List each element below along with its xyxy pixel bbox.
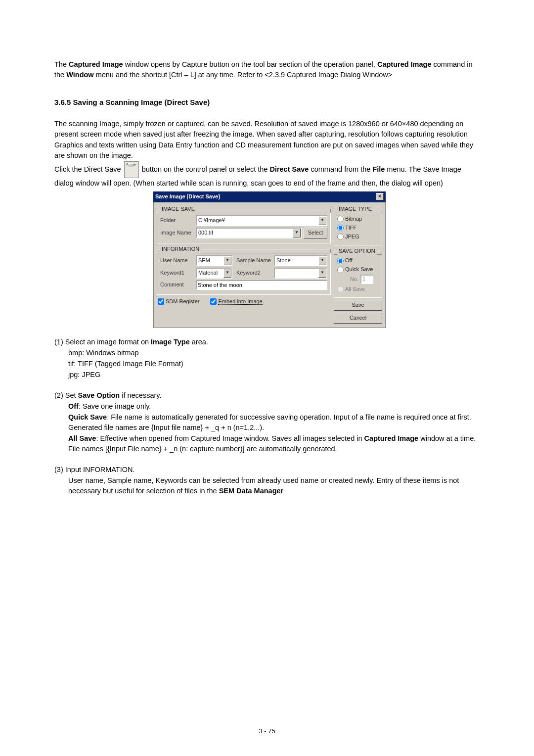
para2-l3: Click the Direct Save Save button on the… [54,161,480,189]
embed-into-image-checkbox[interactable]: Embed into Image [210,298,262,306]
legend-image-type: IMAGE TYPE [337,205,373,213]
label-keyword1: Keyword1 [160,269,194,277]
group-image-save: IMAGE SAVE Folder C:¥Image¥▼ Image Name … [157,205,331,243]
label-samplename: Sample Name [236,257,272,265]
chevron-down-icon[interactable]: ▼ [223,269,231,278]
username-field[interactable]: SEM▼ [196,255,232,266]
step1-head: (1) Select an image format on Image Type… [54,337,480,347]
radio-tiff[interactable]: TIFF [337,224,379,232]
step1-jpg: jpg: JPEG [54,370,480,380]
select-button[interactable]: Select [304,228,327,238]
label-keyword2: Keyword2 [236,269,272,277]
group-information: INFORMATION User Name SEM▼ Sample Name S… [157,245,331,295]
label-no: No. [350,276,358,284]
step2-allsave: All Save: Effective when opened from Cap… [54,433,480,454]
samplename-field[interactable]: Stone▼ [274,255,327,266]
step2-off: Off: Save one image only. [54,401,480,412]
step1-tif: tif: TIFF (Tagged Image File Format) [54,359,480,369]
sdm-register-checkbox[interactable]: SDM Register [158,298,199,306]
page-number: 3 - 75 [0,727,534,736]
folder-field[interactable]: C:¥Image¥▼ [196,215,327,226]
chevron-down-icon[interactable]: ▼ [318,216,326,225]
radio-bitmap[interactable]: Bitmap [337,215,379,223]
keyword2-field[interactable]: ▼ [274,268,327,279]
step3-body: User name, Sample name, Keywords can be … [54,475,480,496]
comment-field[interactable] [196,280,327,290]
section-title: 3.6.5 Saving a Scanning Image (Direct Sa… [54,97,480,108]
para2-l2: Graphics and texts written using Data En… [54,140,480,161]
radio-all-save: All Save [337,285,379,293]
no-field: 1 [360,275,373,284]
step1-bmp: bmp: Windows bitmap [54,348,480,358]
dialog-titlebar: Save Image [Direct Save] × [153,191,386,202]
label-image-name: Image Name [160,229,194,237]
legend-information: INFORMATION [160,245,201,253]
step2-quick: Quick Save: File name is automatically g… [54,412,480,433]
label-username: User Name [160,257,194,265]
para2-l1: The scanning Image, simply frozen or cap… [54,119,480,140]
step2-head: (2) Set Save Option if necessary. [54,390,480,401]
step3-head: (3) Input INFORMATION. [54,465,480,475]
label-comment: Comment [160,281,194,289]
intro-paragraph: The Captured Image window opens by Captu… [54,59,480,80]
group-image-type: IMAGE TYPE Bitmap TIFF JPEG [334,205,382,245]
chevron-down-icon[interactable]: ▼ [318,269,326,278]
chevron-down-icon[interactable]: ▼ [318,256,326,265]
cancel-button[interactable]: Cancel [334,313,382,324]
close-button[interactable]: × [376,193,384,200]
label-folder: Folder [160,217,194,225]
save-button[interactable]: Save [334,300,382,311]
chevron-down-icon[interactable]: ▼ [223,256,231,265]
radio-jpeg[interactable]: JPEG [337,233,379,241]
legend-image-save: IMAGE SAVE [160,205,196,213]
save-toolbar-icon[interactable]: Save [124,161,139,178]
chevron-down-icon[interactable]: ▼ [293,229,301,237]
radio-quick-save[interactable]: Quick Save [337,266,379,274]
dialog-title: Save Image [Direct Save] [155,193,220,201]
save-image-dialog: Save Image [Direct Save] × IMAGE SAVE Fo… [153,191,386,328]
image-name-field[interactable]: 000.tif▼ [196,228,302,238]
radio-off[interactable]: Off [337,257,379,265]
group-save-option: SAVE OPTION Off Quick Save No. 1 All Sav… [334,247,382,298]
legend-save-option: SAVE OPTION [337,247,377,255]
keyword1-field[interactable]: Material▼ [196,268,232,279]
